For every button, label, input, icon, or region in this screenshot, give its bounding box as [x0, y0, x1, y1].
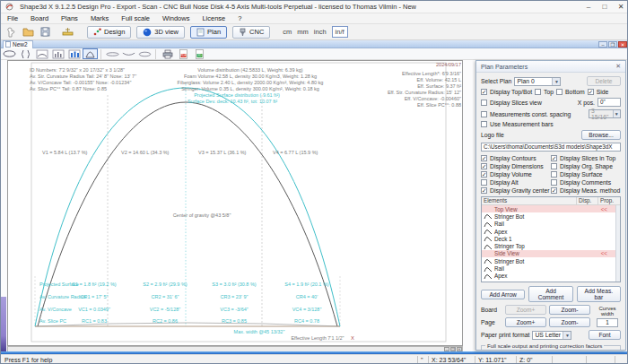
elements-list[interactable]: Elements Disp. Prop. Top View<< Stringer… [481, 196, 621, 282]
pdf-export-icon[interactable]: PDF [176, 48, 191, 59]
add-meas-bar-button[interactable]: Add Meas. bar [577, 286, 621, 302]
menu-file[interactable]: File [1, 13, 24, 24]
drawing-canvas[interactable]: 2024/09/17 ID Numbers: 7'2 9/32" x 20 17… [7, 60, 463, 346]
profile-icon[interactable] [34, 48, 49, 59]
doc-minimize-button[interactable]: – [598, 41, 607, 48]
x-pos-input[interactable]: 0" [597, 98, 621, 107]
val-vc2: VC2 = -5/128" [150, 307, 181, 312]
slices-top-checkbox[interactable] [551, 155, 557, 161]
list-item[interactable]: Deck 1 [482, 280, 620, 282]
delete-button[interactable]: Delete [587, 76, 621, 86]
doc-restore-button[interactable]: ❐ [608, 41, 617, 48]
foil-icon[interactable] [50, 48, 65, 59]
eff-line-6: Eff. Slice PC°°: 0.88 [417, 102, 461, 108]
menu-board[interactable]: Board [24, 13, 55, 24]
doc-close-button[interactable]: ✕ [618, 41, 627, 48]
rocker-flat-icon[interactable] [105, 48, 120, 59]
alt-checkbox[interactable] [481, 179, 487, 186]
unit-inch[interactable]: inch [314, 28, 327, 36]
dimensions-checkbox[interactable] [481, 163, 487, 169]
menu-license[interactable]: License [196, 13, 231, 24]
menu-fullscale[interactable]: Full scale [115, 13, 156, 24]
contours-checkbox[interactable] [481, 155, 487, 161]
cnc-button[interactable]: CNC [232, 26, 270, 39]
save-icon[interactable] [39, 26, 52, 38]
gravity-checkbox[interactable] [481, 187, 487, 194]
font-button[interactable]: Font [589, 330, 621, 340]
panel-title-bar[interactable]: Plan Parameters ✕ [476, 61, 625, 73]
document-tab[interactable]: New2 [3, 40, 33, 48]
3d-view-button[interactable]: 3D view [136, 26, 185, 39]
logo-path-input[interactable]: C:\Users\thoma\Documents\S3d models\Shap… [481, 143, 621, 152]
scale-tool-icon[interactable] [61, 26, 74, 38]
unit-mm[interactable]: mm [297, 28, 309, 36]
display-topbot-checkbox[interactable] [481, 89, 487, 95]
meas-spacing-select[interactable]: 3 15/16"▼ [589, 109, 621, 118]
menu-windows[interactable]: Windows [156, 13, 196, 24]
surface-line-1: Projected Surface distribution ( 9.61 ft… [194, 92, 280, 98]
org-shape-checkbox[interactable] [551, 163, 557, 169]
panel-close-icon[interactable]: ✕ [615, 63, 621, 70]
curve-icon [484, 212, 493, 220]
list-item[interactable]: Stringer Bot [482, 212, 620, 220]
page-zoom-in-button[interactable]: Zoom+ [505, 317, 546, 327]
unit-inf[interactable]: in/f [332, 26, 348, 38]
val-rc3: RC3 = 0.85 [222, 318, 247, 324]
list-item[interactable]: Stringer Top [482, 242, 620, 249]
add-comment-button[interactable]: Add Comment [528, 286, 572, 302]
list-item[interactable]: Apex [482, 228, 620, 235]
meas-spacing-checkbox[interactable] [481, 111, 487, 117]
board-zoom-in-button[interactable]: Zoom+ [505, 305, 546, 315]
curves-width-input[interactable]: 1 [597, 318, 618, 327]
dxf-export-icon[interactable]: 3D [192, 48, 207, 59]
list-item[interactable]: Rail [482, 264, 620, 272]
print-icon[interactable] [160, 48, 175, 59]
board-zoom-out-button[interactable]: Zoom- [549, 305, 590, 315]
design-button[interactable]: Design [87, 26, 131, 39]
bottom-checkbox[interactable] [556, 89, 563, 95]
list-item[interactable]: Apex [482, 273, 620, 280]
logo-browse-button[interactable]: Browse... [581, 130, 621, 140]
effective-length-close[interactable]: X [351, 335, 354, 341]
meas-bars-checkbox[interactable] [481, 121, 487, 127]
plan-select[interactable]: Plan 0▼ [514, 77, 561, 86]
open-folder-icon[interactable] [22, 26, 35, 38]
design-icon [93, 28, 101, 36]
slices-view-checkbox[interactable] [481, 100, 487, 106]
volume-checkbox[interactable] [481, 171, 487, 178]
list-item[interactable]: Rail [482, 221, 620, 228]
close-button[interactable]: ✕ [613, 1, 628, 13]
list-item[interactable]: Stringer Bot [482, 257, 620, 264]
outline-icon[interactable] [2, 48, 17, 59]
new-file-icon[interactable] [4, 26, 18, 38]
chart-icon[interactable] [66, 48, 82, 59]
top-checkbox[interactable] [535, 89, 541, 95]
rocker-oval-icon[interactable] [137, 48, 153, 59]
meas-method-checkbox[interactable] [551, 187, 557, 194]
rocker-curve-icon[interactable] [121, 48, 136, 59]
title-bar: Shape3d X 9.1.2.5 Design Pro - Export - … [1, 1, 628, 13]
side-checkbox[interactable] [588, 89, 594, 95]
paper-format-select[interactable]: US Letter▼ [532, 331, 571, 340]
list-item[interactable]: Side View<< [482, 250, 620, 257]
page-zoom-out-button[interactable]: Zoom- [549, 317, 590, 327]
plan-button[interactable]: Plan [190, 26, 227, 39]
list-item[interactable]: Deck 1 [482, 235, 620, 242]
curve-icon [484, 243, 493, 250]
plan-view-icon[interactable] [83, 48, 98, 59]
menu-marks[interactable]: Marks [84, 13, 115, 24]
menu-help[interactable]: ? [231, 13, 248, 24]
curve-icon [484, 221, 493, 228]
menu-plans[interactable]: Plans [55, 13, 84, 24]
list-scrollbar[interactable] [615, 205, 620, 282]
unit-cm[interactable]: cm [283, 28, 292, 36]
status-empty-3 [615, 356, 628, 364]
minimize-button[interactable]: – [580, 1, 597, 13]
surface-checkbox[interactable] [551, 171, 557, 178]
eff-line-1: Effective Length*: 6'9 3/16" [402, 71, 461, 76]
maximize-button[interactable]: □ [597, 1, 613, 13]
list-item[interactable]: Top View<< [482, 205, 620, 212]
slice-icon[interactable] [18, 48, 33, 59]
comments-checkbox[interactable] [551, 179, 557, 186]
add-arrow-button[interactable]: Add Arrow [481, 290, 525, 299]
